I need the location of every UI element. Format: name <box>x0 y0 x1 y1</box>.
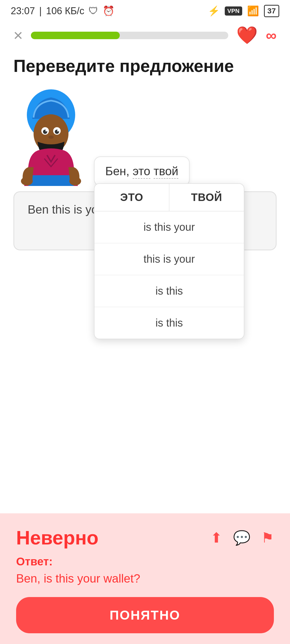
signal-icon: 📶 <box>247 5 259 17</box>
shield-icon: 🛡 <box>89 5 98 17</box>
dropdown-header-cell-1: ЭТО <box>95 184 169 211</box>
dropdown-item-1[interactable]: is this your <box>95 211 244 243</box>
svg-point-8 <box>48 136 54 139</box>
progress-bar-fill <box>31 32 120 39</box>
answer-label: Ответ: <box>16 555 274 568</box>
progress-bar-container <box>31 32 228 39</box>
character-illustration <box>13 84 89 186</box>
dropdown-item-4[interactable]: is this <box>95 307 244 339</box>
share-icon[interactable]: ⬆ <box>211 530 222 546</box>
close-button[interactable]: × <box>13 27 23 43</box>
status-bar: 23:07 | 106 КБ/с 🛡 ⏰ ⚡ VPN 📶 37 <box>0 0 290 20</box>
data-speed: 106 КБ/с <box>46 5 84 17</box>
dropdown-popup: ЭТО ТВОЙ is this your this is your is th… <box>94 183 244 339</box>
got-it-button[interactable]: ПОНЯТНО <box>16 597 274 633</box>
correct-answer-text: Ben, is this your wallet? <box>16 572 274 585</box>
vpn-badge: VPN <box>225 6 242 16</box>
svg-point-6 <box>45 130 47 131</box>
status-left: 23:07 | 106 КБ/с 🛡 ⏰ <box>11 5 115 17</box>
result-header: Неверно ⬆ 💬 ⚑ <box>16 527 274 549</box>
svg-point-7 <box>57 130 59 131</box>
svg-point-11 <box>21 177 33 185</box>
result-panel: Неверно ⬆ 💬 ⚑ Ответ: Ben, is this your w… <box>0 513 290 644</box>
svg-point-12 <box>69 177 81 185</box>
speech-bubble-wrapper: Бен, это твой ЭТО ТВОЙ is this your this… <box>94 156 190 186</box>
alarm-icon: ⏰ <box>103 5 115 17</box>
top-nav: × ❤️ ∞ <box>0 20 290 51</box>
svg-rect-10 <box>27 175 75 186</box>
speed: | <box>39 5 42 17</box>
speech-bubble: Бен, это твой <box>94 156 190 186</box>
bubble-text: Бен, это твой <box>105 164 178 179</box>
dropdown-item-2[interactable]: this is your <box>95 243 244 275</box>
result-title: Неверно <box>16 527 99 549</box>
flag-icon[interactable]: ⚑ <box>261 530 274 546</box>
dropdown-item-3[interactable]: is this <box>95 275 244 307</box>
time: 23:07 <box>11 5 35 17</box>
status-right: ⚡ VPN 📶 37 <box>208 5 279 17</box>
dropdown-header: ЭТО ТВОЙ <box>95 184 244 211</box>
dropdown-header-cell-2: ТВОЙ <box>169 184 244 211</box>
battery-indicator: 37 <box>264 5 279 17</box>
character-area: Бен, это твой ЭТО ТВОЙ is this your this… <box>0 84 290 186</box>
bluetooth-icon: ⚡ <box>208 5 220 17</box>
comment-icon[interactable]: 💬 <box>233 530 251 546</box>
infinite-icon: ∞ <box>266 27 277 44</box>
heart-icon: ❤️ <box>236 25 258 45</box>
main-content: Бен, это твой ЭТО ТВОЙ is this your this… <box>0 84 290 411</box>
result-actions: ⬆ 💬 ⚑ <box>211 530 274 546</box>
page-title: Переведите предложение <box>0 51 290 84</box>
